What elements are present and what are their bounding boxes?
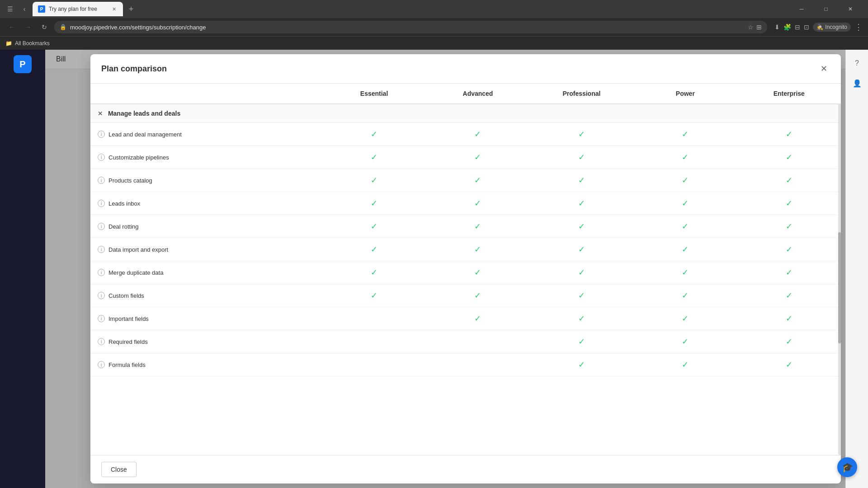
checkmark-icon: ✓ <box>786 222 793 231</box>
modal-header: Plan comparison ✕ <box>90 54 841 84</box>
check-advanced: ✓ <box>426 238 529 261</box>
empty-essential <box>322 307 426 330</box>
table-row: i Custom fields ✓✓✓✓✓ <box>90 284 841 307</box>
info-icon[interactable]: i <box>98 223 105 230</box>
downloads-icon[interactable]: ⬇ <box>774 23 780 31</box>
help-button[interactable]: 🎓 <box>837 457 857 477</box>
sidebar: P <box>0 50 45 488</box>
active-tab[interactable]: P Try any plan for free ✕ <box>33 2 123 16</box>
extensions-icon[interactable]: ⊞ <box>756 23 762 31</box>
minimize-button[interactable]: ─ <box>791 2 812 16</box>
feature-label: Merge duplicate data <box>108 269 163 276</box>
profile-button[interactable]: 🕵 Incognito <box>813 23 851 32</box>
maximize-button[interactable]: □ <box>816 2 836 16</box>
check-power: ✓ <box>633 330 737 353</box>
check-essential: ✓ <box>322 238 426 261</box>
modal-close-button[interactable]: ✕ <box>817 62 830 75</box>
info-icon[interactable]: i <box>98 154 105 161</box>
feature-label: Deal rotting <box>108 223 138 230</box>
lock-icon: 🔒 <box>60 24 66 30</box>
check-power: ✓ <box>633 353 737 376</box>
forward-button[interactable]: → <box>22 21 34 33</box>
info-icon[interactable]: i <box>98 131 105 138</box>
feature-name-cell: i Customizable pipelines <box>90 146 322 169</box>
modal-footer-close-button[interactable]: Close <box>101 462 137 477</box>
table-row: i Important fields ✓✓✓✓ <box>90 307 841 330</box>
table-container[interactable]: Essential Advanced Professional Power En… <box>90 84 841 455</box>
checkmark-icon: ✓ <box>371 153 377 162</box>
info-icon[interactable]: i <box>98 315 105 322</box>
check-enterprise: ✓ <box>737 261 841 284</box>
checkmark-icon: ✓ <box>474 291 481 300</box>
close-window-button[interactable]: ✕ <box>840 2 861 16</box>
info-icon[interactable]: i <box>98 200 105 207</box>
checkmark-icon: ✓ <box>371 222 377 231</box>
feature-name-cell: i Custom fields <box>90 284 322 307</box>
info-icon[interactable]: i <box>98 361 105 368</box>
menu-icon[interactable]: ⋮ <box>854 22 863 32</box>
check-enterprise: ✓ <box>737 307 841 330</box>
feature-name-cell: i Lead and deal management <box>90 123 322 146</box>
table-row: i Required fields ✓✓✓ <box>90 330 841 353</box>
section-header-manage-leads: ✕ Manage leads and deals <box>90 104 841 123</box>
feature-name-cell: i Products catalog <box>90 169 322 192</box>
profile-nav-button[interactable]: ☰ <box>4 3 16 15</box>
table-row: i Data import and export ✓✓✓✓✓ <box>90 238 841 261</box>
empty-essential <box>322 330 426 353</box>
tab-favicon: P <box>38 5 45 13</box>
checkmark-icon: ✓ <box>578 360 585 369</box>
feature-label: Custom fields <box>108 292 144 299</box>
info-icon[interactable]: i <box>98 177 105 184</box>
empty-advanced <box>426 330 529 353</box>
address-icons: ☆ ⊞ <box>748 23 762 31</box>
checkmark-icon: ✓ <box>786 337 793 346</box>
help-sidebar-icon[interactable]: ? <box>849 55 865 71</box>
check-enterprise: ✓ <box>737 192 841 215</box>
check-professional: ✓ <box>530 215 633 238</box>
table-row: i Leads inbox ✓✓✓✓✓ <box>90 192 841 215</box>
user-profile-icon[interactable]: 👤 <box>849 75 865 91</box>
comparison-table: Essential Advanced Professional Power En… <box>90 84 841 376</box>
address-bar[interactable]: 🔒 moodjoy.pipedrive.com/settings/subscri… <box>54 21 767 33</box>
checkmark-icon: ✓ <box>786 291 793 300</box>
checkmark-icon: ✓ <box>682 222 689 231</box>
info-icon[interactable]: i <box>98 269 105 276</box>
checkmark-icon: ✓ <box>786 360 793 369</box>
info-icon[interactable]: i <box>98 292 105 299</box>
checkmark-icon: ✓ <box>578 176 585 185</box>
bookmarks-label: All Bookmarks <box>15 40 50 47</box>
table-row: i Merge duplicate data ✓✓✓✓✓ <box>90 261 841 284</box>
sidebar-toggle-icon[interactable]: ⊟ <box>795 23 800 31</box>
checkmark-icon: ✓ <box>786 199 793 208</box>
check-professional: ✓ <box>530 146 633 169</box>
check-advanced: ✓ <box>426 215 529 238</box>
checkmark-icon: ✓ <box>786 176 793 185</box>
feature-name-cell: i Data import and export <box>90 238 322 261</box>
checkmark-icon: ✓ <box>682 268 689 277</box>
new-tab-button[interactable]: + <box>125 3 137 15</box>
check-professional: ✓ <box>530 307 633 330</box>
feature-label: Important fields <box>108 315 149 322</box>
check-professional: ✓ <box>530 169 633 192</box>
bookmark-star-icon[interactable]: ☆ <box>748 23 754 31</box>
check-essential: ✓ <box>322 284 426 307</box>
checkmark-icon: ✓ <box>682 176 689 185</box>
feature-name-cell: i Deal rotting <box>90 215 322 238</box>
checkmark-icon: ✓ <box>682 360 689 369</box>
info-icon[interactable]: i <box>98 246 105 253</box>
pipedrive-logo: P <box>14 55 32 73</box>
info-icon[interactable]: i <box>98 338 105 345</box>
window-icon[interactable]: ⊡ <box>804 23 809 31</box>
extensions-toolbar-icon[interactable]: 🧩 <box>783 23 791 31</box>
checkmark-icon: ✓ <box>371 291 377 300</box>
graduation-icon: 🎓 <box>842 462 853 473</box>
table-row: i Lead and deal management ✓✓✓✓✓ <box>90 123 841 146</box>
back-tab-button[interactable]: ‹ <box>18 3 31 15</box>
check-power: ✓ <box>633 215 737 238</box>
back-button[interactable]: ← <box>5 21 18 33</box>
checkmark-icon: ✓ <box>786 153 793 162</box>
refresh-button[interactable]: ↻ <box>38 21 51 33</box>
tab-close-button[interactable]: ✕ <box>110 5 118 13</box>
check-essential: ✓ <box>322 146 426 169</box>
check-essential: ✓ <box>322 169 426 192</box>
